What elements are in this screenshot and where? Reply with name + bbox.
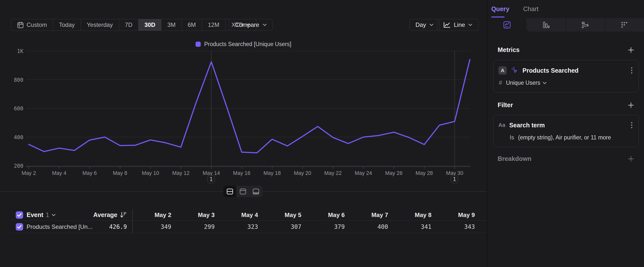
range-button-today[interactable]: Today [53, 19, 81, 31]
chart-legend[interactable]: Products Searched [Unique Users] [0, 41, 487, 48]
x-tick-label: May 10 [142, 170, 159, 176]
kebab-icon [631, 121, 633, 129]
y-tick-label: 1K [17, 48, 23, 54]
filter-title: Filter [498, 102, 513, 109]
x-tick-label: May 8 [113, 170, 128, 176]
y-tick-label: 800 [14, 77, 23, 83]
range-label: 12M [208, 22, 220, 28]
granularity-button[interactable]: Day [409, 19, 440, 31]
range-button-30d[interactable]: 30D [138, 19, 161, 31]
annotation-badge[interactable]: 1 [207, 175, 215, 183]
app-root: 2004006008001KMay 2May 4May 6May 8May 10… [0, 0, 644, 267]
x-tick-label: May 24 [355, 170, 372, 176]
chevron-down-icon[interactable] [52, 214, 56, 216]
annotation-badge[interactable]: 1 [451, 175, 458, 183]
measure-dropdown[interactable]: Unique Users [506, 80, 546, 86]
select-all-checkbox[interactable] [16, 211, 23, 219]
calendar-icon [17, 22, 24, 28]
chart-only-view-button[interactable] [236, 186, 250, 197]
insights-icon [503, 21, 511, 29]
filter-section-header: Filter [498, 102, 634, 109]
range-button-12m[interactable]: 12M [202, 19, 226, 31]
active-tab-underline [491, 17, 504, 18]
y-tick-label: 600 [14, 105, 23, 112]
check-icon [17, 225, 22, 229]
filter-options-kebab[interactable] [630, 120, 634, 130]
date-header-columns: May 2May 3May 4May 5May 6May 7May 8May 9 [132, 209, 479, 221]
chevron-down-icon [430, 24, 434, 26]
date-column-header: May 5 [262, 212, 306, 218]
kebab-icon [631, 67, 633, 74]
tab-query[interactable]: Query [491, 6, 510, 13]
y-tick-label: 400 [14, 134, 23, 140]
range-button-custom[interactable]: Custom [11, 19, 53, 31]
row-event-label: Products Searched [Un... [26, 223, 92, 230]
split-view-button[interactable] [223, 186, 236, 197]
x-tick-label: May 16 [233, 170, 250, 176]
range-label: 30D [144, 22, 155, 28]
average-header-label: Average [93, 211, 117, 218]
range-label: Today [59, 22, 75, 28]
x-tick-label: May 26 [385, 170, 403, 176]
series-line [29, 60, 470, 153]
chevron-down-icon [543, 82, 546, 84]
average-column-header[interactable]: Average [93, 211, 126, 218]
line-chart-icon [443, 22, 450, 28]
cell-value: 349 [132, 223, 176, 230]
x-tick-label: May 18 [264, 170, 281, 176]
chart-type-label: Line [454, 22, 465, 28]
compare-button[interactable]: Compare [229, 19, 273, 31]
x-tick-label: May 22 [324, 170, 342, 176]
metric-options-kebab[interactable] [630, 66, 634, 75]
chart-toolbar: CustomTodayYesterday7D30D3M6M12MXTD Comp… [0, 19, 487, 31]
chart-type-button[interactable]: Line [437, 19, 478, 31]
breakdown-title: Breakdown [498, 155, 531, 162]
range-button-6m[interactable]: 6M [182, 19, 202, 31]
layout-view-toggle [223, 186, 262, 197]
granularity-label: Day [416, 22, 426, 28]
add-filter-button[interactable] [628, 102, 634, 108]
breakdown-section-header: Breakdown [498, 155, 634, 162]
range-button-7d[interactable]: 7D [119, 19, 139, 31]
chevron-down-icon [468, 24, 472, 26]
table-column-divider [132, 209, 133, 233]
filter-value[interactable]: (empty string), Air purifier, or 11 more [518, 134, 611, 141]
tab-insights[interactable] [487, 18, 526, 32]
flows-icon [581, 21, 589, 29]
panel-tab-bar: Query Chart [487, 0, 644, 18]
check-icon [17, 213, 22, 217]
filter-operator[interactable]: Is [510, 134, 514, 141]
metrics-title: Metrics [498, 46, 520, 54]
row-checkbox[interactable] [16, 223, 23, 230]
split-view-icon [226, 188, 233, 195]
plus-icon [628, 47, 634, 53]
row-average-value: 426.9 [109, 223, 127, 230]
tab-retention[interactable] [605, 18, 644, 32]
cell-value: 379 [306, 223, 349, 230]
table-only-view-icon [253, 188, 259, 195]
event-header-count: 1 [46, 211, 49, 218]
table-only-view-button[interactable] [250, 186, 262, 197]
add-breakdown-button[interactable] [628, 156, 634, 162]
date-value-columns: 349299323307379400341343 [132, 221, 479, 233]
tab-chart[interactable]: Chart [523, 6, 538, 13]
y-tick-label: 200 [14, 163, 23, 169]
range-button-3m[interactable]: 3M [161, 19, 182, 31]
date-column-header: May 2 [132, 212, 176, 218]
range-button-yesterday[interactable]: Yesterday [81, 19, 119, 31]
date-column-header: May 3 [176, 212, 219, 218]
metric-card[interactable]: A Products Searched # Unique Users [493, 60, 639, 92]
table-row[interactable]: Products Searched [Un... 426.9 349299323… [0, 221, 487, 233]
tab-funnels[interactable] [526, 18, 566, 32]
range-label: Custom [26, 22, 47, 28]
add-metric-button[interactable] [628, 47, 634, 53]
table-header-row: Event 1 Average May 2May 3May 4May 5May … [0, 209, 487, 221]
date-range-segmented-control: CustomTodayYesterday7D30D3M6M12MXTD [11, 19, 256, 31]
tab-flows[interactable] [566, 18, 605, 32]
cell-value: 400 [349, 223, 392, 230]
data-table: Event 1 Average May 2May 3May 4May 5May … [0, 209, 487, 233]
date-column-header: May 4 [219, 212, 262, 218]
metrics-section-header: Metrics [498, 46, 634, 54]
filter-card[interactable]: Aa Search term Is (empty string), Air pu… [493, 115, 639, 147]
legend-swatch [196, 42, 201, 47]
